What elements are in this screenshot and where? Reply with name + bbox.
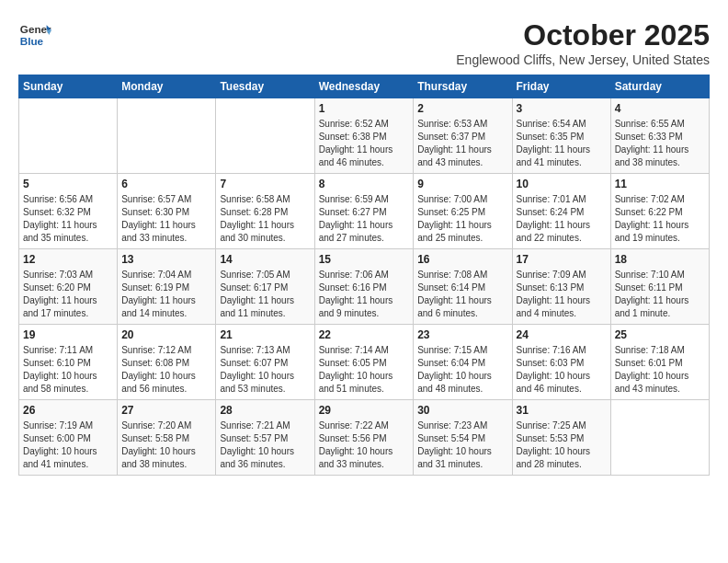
day-info: Sunrise: 6:53 AM Sunset: 6:37 PM Dayligh… <box>417 118 507 169</box>
page-header: General Blue October 2025 Englewood Clif… <box>18 18 710 67</box>
day-number: 21 <box>220 328 310 341</box>
calendar-cell: 3Sunrise: 6:54 AM Sunset: 6:35 PM Daylig… <box>512 98 610 174</box>
day-number: 22 <box>319 328 410 341</box>
day-number: 28 <box>220 404 310 417</box>
col-friday: Friday <box>512 75 610 98</box>
day-info: Sunrise: 7:25 AM Sunset: 5:53 PM Dayligh… <box>517 419 607 471</box>
calendar-cell: 20Sunrise: 7:12 AM Sunset: 6:08 PM Dayli… <box>118 325 216 400</box>
day-number: 3 <box>517 102 607 115</box>
calendar-cell: 7Sunrise: 6:58 AM Sunset: 6:28 PM Daylig… <box>216 174 314 249</box>
calendar-week-3: 12Sunrise: 7:03 AM Sunset: 6:20 PM Dayli… <box>19 249 710 325</box>
calendar-cell: 4Sunrise: 6:55 AM Sunset: 6:33 PM Daylig… <box>610 98 709 174</box>
calendar-cell: 6Sunrise: 6:57 AM Sunset: 6:30 PM Daylig… <box>118 174 216 249</box>
calendar-cell <box>118 98 216 174</box>
calendar-cell: 10Sunrise: 7:01 AM Sunset: 6:24 PM Dayli… <box>512 174 610 249</box>
day-info: Sunrise: 6:59 AM Sunset: 6:27 PM Dayligh… <box>319 193 410 245</box>
calendar-cell: 21Sunrise: 7:13 AM Sunset: 6:07 PM Dayli… <box>216 325 314 400</box>
calendar-week-1: 1Sunrise: 6:52 AM Sunset: 6:38 PM Daylig… <box>19 98 710 174</box>
day-number: 2 <box>417 102 507 115</box>
day-number: 10 <box>517 178 607 190</box>
day-info: Sunrise: 7:00 AM Sunset: 6:25 PM Dayligh… <box>417 193 507 245</box>
calendar-cell: 15Sunrise: 7:06 AM Sunset: 6:16 PM Dayli… <box>314 249 414 325</box>
calendar-table: Sunday Monday Tuesday Wednesday Thursday… <box>18 75 710 476</box>
day-info: Sunrise: 6:55 AM Sunset: 6:33 PM Dayligh… <box>615 118 705 169</box>
calendar-cell: 11Sunrise: 7:02 AM Sunset: 6:22 PM Dayli… <box>610 174 709 249</box>
calendar-cell: 14Sunrise: 7:05 AM Sunset: 6:17 PM Dayli… <box>216 249 314 325</box>
calendar-cell: 27Sunrise: 7:20 AM Sunset: 5:58 PM Dayli… <box>118 400 216 476</box>
calendar-header-row: Sunday Monday Tuesday Wednesday Thursday… <box>19 75 710 98</box>
day-number: 12 <box>23 253 113 266</box>
day-info: Sunrise: 7:20 AM Sunset: 5:58 PM Dayligh… <box>121 419 211 471</box>
month-title: October 2025 <box>456 18 710 52</box>
logo-icon: General Blue <box>18 18 51 52</box>
calendar-cell <box>216 98 314 174</box>
day-info: Sunrise: 7:11 AM Sunset: 6:10 PM Dayligh… <box>23 344 113 396</box>
day-number: 31 <box>517 404 607 417</box>
day-info: Sunrise: 7:04 AM Sunset: 6:19 PM Dayligh… <box>121 269 211 320</box>
calendar-cell: 2Sunrise: 6:53 AM Sunset: 6:37 PM Daylig… <box>414 98 512 174</box>
day-number: 27 <box>121 404 211 417</box>
day-info: Sunrise: 7:01 AM Sunset: 6:24 PM Dayligh… <box>517 193 607 245</box>
day-number: 23 <box>417 328 507 341</box>
calendar-cell: 5Sunrise: 6:56 AM Sunset: 6:32 PM Daylig… <box>19 174 118 249</box>
calendar-week-2: 5Sunrise: 6:56 AM Sunset: 6:32 PM Daylig… <box>19 174 710 249</box>
day-number: 7 <box>220 178 310 190</box>
title-block: October 2025 Englewood Cliffs, New Jerse… <box>456 18 710 67</box>
day-info: Sunrise: 7:03 AM Sunset: 6:20 PM Dayligh… <box>23 269 113 320</box>
day-number: 13 <box>121 253 211 266</box>
calendar-cell: 26Sunrise: 7:19 AM Sunset: 6:00 PM Dayli… <box>19 400 118 476</box>
calendar-cell: 25Sunrise: 7:18 AM Sunset: 6:01 PM Dayli… <box>610 325 709 400</box>
day-number: 30 <box>417 404 507 417</box>
day-info: Sunrise: 7:05 AM Sunset: 6:17 PM Dayligh… <box>220 269 310 320</box>
calendar-cell: 9Sunrise: 7:00 AM Sunset: 6:25 PM Daylig… <box>414 174 512 249</box>
day-info: Sunrise: 7:12 AM Sunset: 6:08 PM Dayligh… <box>121 344 211 396</box>
day-number: 9 <box>417 178 507 190</box>
day-number: 8 <box>319 178 410 190</box>
calendar-week-5: 26Sunrise: 7:19 AM Sunset: 6:00 PM Dayli… <box>19 400 710 476</box>
day-number: 24 <box>517 328 607 341</box>
day-info: Sunrise: 7:21 AM Sunset: 5:57 PM Dayligh… <box>220 419 310 471</box>
day-number: 25 <box>615 328 705 341</box>
calendar-cell: 17Sunrise: 7:09 AM Sunset: 6:13 PM Dayli… <box>512 249 610 325</box>
calendar-cell: 18Sunrise: 7:10 AM Sunset: 6:11 PM Dayli… <box>610 249 709 325</box>
day-number: 18 <box>615 253 705 266</box>
calendar-cell <box>19 98 118 174</box>
day-info: Sunrise: 6:58 AM Sunset: 6:28 PM Dayligh… <box>220 193 310 245</box>
day-number: 26 <box>23 404 113 417</box>
day-info: Sunrise: 7:15 AM Sunset: 6:04 PM Dayligh… <box>417 344 507 396</box>
calendar-cell: 19Sunrise: 7:11 AM Sunset: 6:10 PM Dayli… <box>19 325 118 400</box>
day-info: Sunrise: 7:23 AM Sunset: 5:54 PM Dayligh… <box>417 419 507 471</box>
day-info: Sunrise: 7:22 AM Sunset: 5:56 PM Dayligh… <box>319 419 410 471</box>
day-number: 19 <box>23 328 113 341</box>
day-info: Sunrise: 7:19 AM Sunset: 6:00 PM Dayligh… <box>23 419 113 471</box>
calendar-cell: 1Sunrise: 6:52 AM Sunset: 6:38 PM Daylig… <box>314 98 414 174</box>
day-number: 1 <box>319 102 410 115</box>
day-number: 15 <box>319 253 410 266</box>
col-wednesday: Wednesday <box>314 75 414 98</box>
col-sunday: Sunday <box>19 75 118 98</box>
day-info: Sunrise: 7:06 AM Sunset: 6:16 PM Dayligh… <box>319 269 410 320</box>
calendar-cell: 12Sunrise: 7:03 AM Sunset: 6:20 PM Dayli… <box>19 249 118 325</box>
calendar-cell <box>610 400 709 476</box>
calendar-week-4: 19Sunrise: 7:11 AM Sunset: 6:10 PM Dayli… <box>19 325 710 400</box>
calendar-cell: 29Sunrise: 7:22 AM Sunset: 5:56 PM Dayli… <box>314 400 414 476</box>
day-number: 29 <box>319 404 410 417</box>
day-info: Sunrise: 7:18 AM Sunset: 6:01 PM Dayligh… <box>615 344 705 396</box>
day-number: 6 <box>121 178 211 190</box>
calendar-cell: 8Sunrise: 6:59 AM Sunset: 6:27 PM Daylig… <box>314 174 414 249</box>
day-info: Sunrise: 6:54 AM Sunset: 6:35 PM Dayligh… <box>517 118 607 169</box>
day-number: 11 <box>615 178 705 190</box>
calendar-body: 1Sunrise: 6:52 AM Sunset: 6:38 PM Daylig… <box>19 98 710 476</box>
calendar-cell: 22Sunrise: 7:14 AM Sunset: 6:05 PM Dayli… <box>314 325 414 400</box>
day-number: 20 <box>121 328 211 341</box>
day-info: Sunrise: 6:56 AM Sunset: 6:32 PM Dayligh… <box>23 193 113 245</box>
calendar-cell: 30Sunrise: 7:23 AM Sunset: 5:54 PM Dayli… <box>414 400 512 476</box>
day-info: Sunrise: 6:57 AM Sunset: 6:30 PM Dayligh… <box>121 193 211 245</box>
day-info: Sunrise: 6:52 AM Sunset: 6:38 PM Dayligh… <box>319 118 410 169</box>
col-monday: Monday <box>118 75 216 98</box>
day-info: Sunrise: 7:13 AM Sunset: 6:07 PM Dayligh… <box>220 344 310 396</box>
day-info: Sunrise: 7:09 AM Sunset: 6:13 PM Dayligh… <box>517 269 607 320</box>
col-tuesday: Tuesday <box>216 75 314 98</box>
calendar-cell: 13Sunrise: 7:04 AM Sunset: 6:19 PM Dayli… <box>118 249 216 325</box>
calendar-cell: 16Sunrise: 7:08 AM Sunset: 6:14 PM Dayli… <box>414 249 512 325</box>
